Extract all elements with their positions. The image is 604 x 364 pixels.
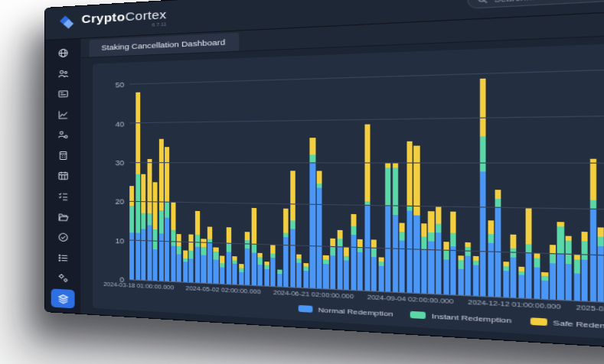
bar[interactable] xyxy=(385,67,390,292)
bar-segment xyxy=(534,258,540,267)
bar[interactable] xyxy=(277,70,282,287)
bar-segment xyxy=(135,174,140,233)
bar[interactable] xyxy=(429,65,434,294)
sidebar-item-calendar[interactable] xyxy=(51,167,75,185)
bar[interactable] xyxy=(323,69,328,289)
bar[interactable] xyxy=(303,69,309,288)
bar[interactable] xyxy=(503,63,509,297)
bar-segment xyxy=(436,232,442,294)
page: CryptoCortex 6.7.11 Search... xyxy=(0,0,604,364)
bar[interactable] xyxy=(526,62,532,299)
bar[interactable] xyxy=(406,66,412,293)
bar[interactable] xyxy=(566,60,572,301)
sidebar-item-services[interactable] xyxy=(51,268,75,288)
bar[interactable] xyxy=(443,64,449,294)
bar[interactable] xyxy=(436,65,442,294)
bar[interactable] xyxy=(270,70,276,286)
bar[interactable] xyxy=(371,67,377,291)
brand-logo[interactable]: CryptoCortex 6.7.11 xyxy=(57,8,166,33)
bar[interactable] xyxy=(183,73,188,282)
bar[interactable] xyxy=(153,74,158,281)
sidebar-item-layers-active[interactable] xyxy=(51,289,75,308)
bar[interactable] xyxy=(534,61,540,298)
bar[interactable] xyxy=(147,74,152,280)
bar[interactable] xyxy=(518,62,524,298)
bar[interactable] xyxy=(165,74,169,281)
bar[interactable] xyxy=(189,73,194,282)
bar[interactable] xyxy=(450,64,456,295)
legend-item[interactable]: Normal Redemption xyxy=(299,304,393,317)
search-input[interactable]: Search... xyxy=(468,0,604,9)
tilted-scene: CryptoCortex 6.7.11 Search... xyxy=(44,0,604,364)
bar[interactable] xyxy=(297,70,302,288)
bar[interactable] xyxy=(220,72,224,284)
sidebar-item-list[interactable] xyxy=(51,249,75,268)
bar[interactable] xyxy=(488,63,494,297)
bar[interactable] xyxy=(344,68,349,290)
bar[interactable] xyxy=(245,71,250,285)
bar[interactable] xyxy=(317,69,322,288)
bar[interactable] xyxy=(573,60,580,301)
bar[interactable] xyxy=(598,59,604,301)
sidebar-item-analytics[interactable] xyxy=(51,106,75,124)
bar[interactable] xyxy=(351,67,356,290)
legend-item[interactable]: Safe Redemption xyxy=(531,317,604,331)
bar-segment xyxy=(542,281,548,299)
bar[interactable] xyxy=(378,67,384,291)
sidebar-item-task-checklist[interactable] xyxy=(51,187,75,206)
sidebar-item-workspace[interactable] xyxy=(51,85,75,104)
sidebar-item-clock-check[interactable] xyxy=(51,228,75,247)
bar[interactable] xyxy=(421,65,426,293)
bar-segment xyxy=(351,235,356,290)
bar[interactable] xyxy=(414,66,420,294)
bar[interactable] xyxy=(393,66,398,291)
bar[interactable] xyxy=(232,72,237,284)
bar[interactable] xyxy=(465,63,472,295)
bar[interactable] xyxy=(141,75,145,281)
bar[interactable] xyxy=(511,62,517,297)
bar-segment xyxy=(226,252,230,284)
bar[interactable] xyxy=(135,75,140,280)
bar[interactable] xyxy=(207,73,212,284)
bar[interactable] xyxy=(264,70,269,286)
bar[interactable] xyxy=(589,60,596,301)
bar-segment xyxy=(351,213,356,226)
bar[interactable] xyxy=(550,61,556,300)
bar[interactable] xyxy=(557,60,563,300)
sidebar-item-folder[interactable] xyxy=(51,207,75,226)
bar-segment xyxy=(480,79,486,137)
bar[interactable] xyxy=(337,68,342,290)
bar[interactable] xyxy=(458,64,464,295)
bar[interactable] xyxy=(283,70,289,287)
bar[interactable] xyxy=(226,72,230,284)
bar[interactable] xyxy=(495,63,501,297)
sidebar-item-team[interactable] xyxy=(51,64,75,83)
bar[interactable] xyxy=(251,71,256,285)
bar[interactable] xyxy=(214,72,218,283)
legend-item[interactable]: Instant Redemption xyxy=(410,310,511,324)
bar[interactable] xyxy=(195,73,200,282)
bar[interactable] xyxy=(129,75,134,279)
bar-segment xyxy=(189,258,194,283)
bar[interactable] xyxy=(177,73,181,282)
sidebar-item-globe[interactable] xyxy=(51,44,75,63)
bar-segment xyxy=(183,262,188,282)
bar[interactable] xyxy=(201,73,206,283)
bar[interactable] xyxy=(358,67,363,291)
bar[interactable] xyxy=(542,61,548,299)
bar[interactable] xyxy=(171,73,175,281)
bar[interactable] xyxy=(290,70,295,288)
sidebar-item-user-settings[interactable] xyxy=(51,126,75,145)
bar[interactable] xyxy=(364,67,370,291)
bar-segment xyxy=(153,182,158,229)
bar[interactable] xyxy=(480,63,486,297)
bar[interactable] xyxy=(159,74,164,281)
sidebar-item-calculator[interactable] xyxy=(51,146,75,164)
bar[interactable] xyxy=(400,66,405,292)
bar[interactable] xyxy=(330,68,335,289)
bar[interactable] xyxy=(582,60,588,301)
bar[interactable] xyxy=(472,63,478,296)
bar[interactable] xyxy=(258,70,263,285)
bar[interactable] xyxy=(239,71,244,284)
bar[interactable] xyxy=(310,69,315,288)
